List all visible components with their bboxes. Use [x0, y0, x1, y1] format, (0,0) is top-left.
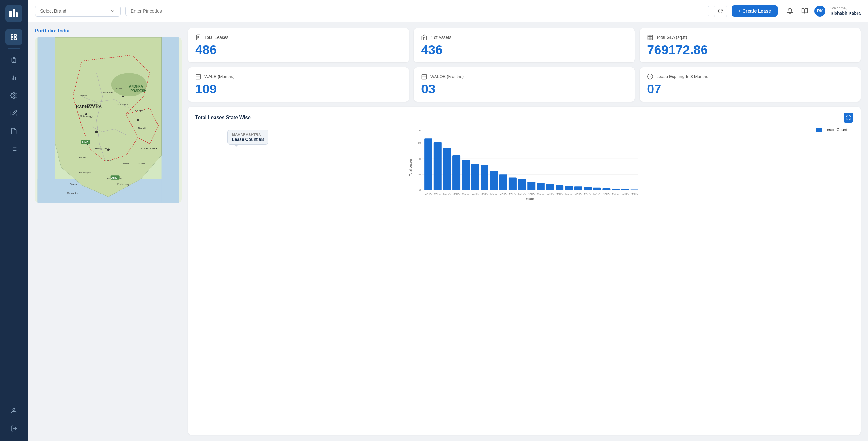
svg-text:MAHA.: MAHA. — [556, 193, 563, 196]
svg-text:MAHA.: MAHA. — [519, 193, 526, 196]
sidebar-item-reports[interactable] — [5, 52, 22, 68]
svg-rect-63 — [648, 35, 653, 40]
svg-rect-98 — [480, 165, 489, 190]
sidebar-item-settings[interactable] — [5, 88, 22, 103]
svg-text:75: 75 — [418, 142, 421, 145]
svg-rect-110 — [537, 183, 545, 190]
svg-text:TAMIL NADU: TAMIL NADU — [141, 147, 158, 150]
tooltip-state: MAHARASHTRA — [232, 133, 264, 137]
area-icon — [647, 34, 653, 40]
portfolio-title: Portfolio: India — [35, 28, 182, 34]
svg-text:Salem: Salem — [70, 183, 77, 185]
user-name: Rishabh Kabra — [830, 11, 861, 16]
svg-text:State: State — [526, 197, 534, 201]
brand-select-label: Select Brand — [40, 8, 66, 13]
svg-text:Hubballi: Hubballi — [79, 94, 88, 97]
sidebar-item-analytics[interactable] — [5, 70, 22, 85]
svg-rect-2 — [16, 12, 18, 17]
svg-text:MAHA.: MAHA. — [443, 193, 451, 196]
svg-rect-6 — [14, 38, 16, 39]
svg-rect-94 — [462, 160, 470, 190]
sidebar-item-list[interactable] — [5, 141, 22, 156]
app-logo — [5, 5, 22, 22]
svg-text:MAHA.: MAHA. — [575, 193, 582, 196]
main-area: Select Brand + Create Lease — [28, 0, 868, 441]
svg-rect-5 — [11, 38, 13, 39]
chart-section: Total Leases State Wise Lease Count MA — [188, 107, 861, 435]
create-lease-button[interactable]: + Create Lease — [732, 5, 778, 17]
svg-rect-128 — [621, 189, 629, 190]
brand-select[interactable]: Select Brand — [35, 5, 121, 17]
svg-text:MAHA.: MAHA. — [593, 193, 600, 196]
legend-label: Lease Count — [825, 127, 847, 132]
svg-text:AH47: AH47 — [82, 141, 88, 144]
stat-card-total-leases: Total Leases 486 — [188, 28, 409, 62]
sidebar-item-profile[interactable] — [5, 403, 22, 418]
stat-label-gla: Total GLA (sq.ft) — [647, 34, 853, 40]
sidebar — [0, 0, 28, 441]
header: Select Brand + Create Lease — [28, 0, 868, 22]
expand-chart-button[interactable] — [843, 113, 853, 122]
svg-text:MAHA.: MAHA. — [481, 193, 488, 196]
stat-card-waloe: WALOE (Months) 03 — [414, 67, 635, 102]
header-icons: RK Welcome, Rishabh Kabra — [785, 5, 861, 17]
svg-rect-86 — [424, 139, 432, 190]
avatar[interactable]: RK — [814, 5, 826, 17]
document-icon — [195, 34, 202, 40]
svg-rect-102 — [499, 174, 507, 190]
svg-rect-120 — [584, 187, 592, 190]
stat-label-waloe: WALOE (Months) — [421, 74, 627, 80]
svg-text:MAHA.: MAHA. — [472, 193, 479, 196]
svg-rect-7 — [13, 58, 15, 59]
svg-text:Kadapa: Kadapa — [135, 109, 143, 112]
svg-text:MAHA.: MAHA. — [631, 193, 638, 196]
svg-text:MAHA.: MAHA. — [500, 193, 507, 196]
book-icon[interactable] — [800, 6, 810, 16]
notification-icon[interactable] — [785, 6, 795, 16]
svg-text:MAHA.: MAHA. — [537, 193, 544, 196]
svg-text:Vellore: Vellore — [138, 162, 145, 165]
svg-rect-112 — [546, 184, 554, 190]
svg-rect-25 — [162, 37, 179, 203]
sidebar-item-dashboard[interactable] — [5, 29, 22, 45]
sidebar-item-logout[interactable] — [5, 421, 22, 436]
chart-header: Total Leases State Wise — [195, 113, 853, 122]
svg-text:Tirupati: Tirupati — [138, 127, 146, 129]
svg-rect-106 — [518, 179, 526, 190]
svg-rect-3 — [11, 35, 13, 36]
pincode-input[interactable] — [125, 5, 709, 16]
svg-text:Total Leases: Total Leases — [409, 158, 412, 176]
svg-point-20 — [12, 408, 15, 410]
sidebar-item-documents[interactable] — [5, 123, 22, 139]
svg-rect-116 — [565, 185, 573, 190]
svg-rect-104 — [509, 177, 517, 190]
svg-text:MAHA.: MAHA. — [528, 193, 535, 196]
gla-value: 769172.86 — [647, 43, 853, 56]
svg-text:Davanagere: Davanagere — [85, 103, 98, 106]
svg-text:MAHA.: MAHA. — [425, 193, 432, 196]
stat-card-wale: WALE (Months) 109 — [188, 67, 409, 102]
sidebar-bottom — [5, 403, 22, 436]
svg-text:MAHA.: MAHA. — [547, 193, 554, 196]
svg-rect-88 — [434, 142, 442, 190]
svg-rect-4 — [14, 35, 16, 36]
svg-rect-64 — [196, 75, 201, 79]
svg-text:MAHA.: MAHA. — [622, 193, 629, 196]
legend-color-bar — [816, 128, 822, 132]
svg-rect-0 — [9, 11, 12, 17]
stat-card-gla: Total GLA (sq.ft) 769172.86 — [640, 28, 861, 62]
tooltip-value: Lease Count 68 — [232, 137, 264, 142]
refresh-button[interactable] — [714, 5, 727, 18]
svg-rect-114 — [556, 185, 563, 190]
calendar2-icon — [421, 74, 427, 80]
svg-rect-126 — [612, 189, 620, 190]
stats-row-2: WALE (Months) 109 WALOE (Months) — [188, 67, 861, 102]
map-container: KARNATAKA ANDHRA PRADESH TAMIL NADU Beng… — [35, 37, 182, 203]
stat-card-assets: # of Assets 436 — [414, 28, 635, 62]
total-leases-value: 486 — [195, 43, 402, 56]
stat-card-lease-expiring: Lease Expiring In 3 Months 07 — [640, 67, 861, 102]
sidebar-item-edit[interactable] — [5, 106, 22, 121]
svg-text:ANDHRA: ANDHRA — [129, 85, 143, 88]
chart-tooltip: MAHARASHTRA Lease Count 68 — [227, 130, 268, 145]
svg-point-30 — [122, 95, 124, 97]
